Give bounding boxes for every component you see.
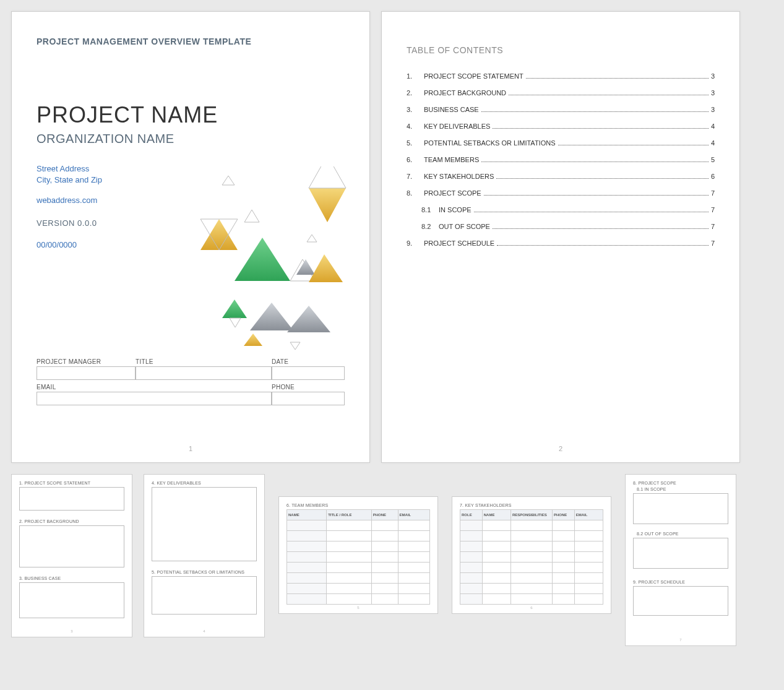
toc-leader-dots — [493, 228, 709, 229]
toc-number: 2. — [407, 89, 424, 97]
toc-entry: 8.2OUT OF SCOPE7 — [407, 223, 715, 230]
template-header: PROJECT MANAGEMENT OVERVIEW TEMPLATE — [37, 37, 345, 46]
toc-entry: 3.BUSINESS CASE3 — [407, 106, 715, 113]
section-title: 9. PROJECT SCHEDULE — [633, 580, 728, 584]
input-project-manager[interactable] — [37, 366, 136, 380]
page-2: TABLE OF CONTENTS 1.PROJECT SCOPE STATEM… — [381, 11, 740, 463]
toc-label: POTENTIAL SETBACKS OR LIMITATIONS — [424, 139, 556, 147]
content-box — [19, 582, 124, 618]
col-phone: PHONE — [553, 510, 575, 520]
section-title: 5. POTENTIAL SETBACKS OR LIMITATIONS — [152, 570, 257, 574]
col-email: EMAIL — [398, 510, 429, 520]
subsection-title: 8.2 OUT OF SCOPE — [637, 532, 728, 536]
page-number: 7 — [626, 638, 736, 642]
input-date[interactable] — [272, 366, 345, 380]
label-email: EMAIL — [37, 384, 272, 390]
toc-title: TABLE OF CONTENTS — [407, 45, 715, 55]
svg-marker-5 — [290, 342, 300, 350]
toc-leader-dots — [484, 195, 709, 196]
table-row — [287, 541, 430, 552]
table-row — [287, 594, 430, 605]
page-number: 6 — [452, 606, 611, 610]
svg-marker-14 — [230, 318, 241, 327]
page-thumb-6: 7. KEY STAKEHOLDERS ROLE NAME RESPONSIBI… — [452, 496, 611, 614]
toc-page: 5 — [711, 156, 715, 163]
toc-entry: 7.KEY STAKEHOLDERS6 — [407, 173, 715, 180]
content-box — [19, 525, 124, 567]
org-name: ORGANIZATION NAME — [37, 132, 345, 146]
table-row — [287, 584, 430, 594]
label-title: TITLE — [136, 358, 272, 365]
table-row — [287, 573, 430, 584]
page-thumb-5: 6. TEAM MEMBERS NAME TITLE / ROLE PHONE … — [278, 496, 438, 614]
table-row — [460, 520, 603, 531]
toc-number: 5. — [407, 139, 424, 147]
toc-leader-dots — [481, 162, 709, 162]
content-box — [633, 493, 728, 524]
toc-number: 1. — [407, 72, 424, 80]
col-name: NAME — [287, 510, 327, 520]
toc-page: 3 — [711, 89, 715, 97]
svg-marker-17 — [244, 334, 262, 346]
triangles-graphic — [185, 166, 371, 352]
label-phone: PHONE — [272, 384, 345, 390]
input-email[interactable] — [37, 392, 272, 405]
subsection-title: 8.1 IN SCOPE — [637, 487, 728, 491]
svg-marker-11 — [296, 259, 315, 275]
table-row — [287, 531, 430, 541]
toc-label: PROJECT SCHEDULE — [424, 239, 494, 247]
table-row — [460, 573, 603, 584]
input-title[interactable] — [136, 366, 272, 380]
col-email: EMAIL — [574, 510, 603, 520]
svg-marker-1 — [309, 166, 346, 188]
svg-marker-6 — [200, 219, 238, 250]
svg-marker-13 — [222, 300, 247, 318]
section-title: 6. TEAM MEMBERS — [286, 503, 430, 507]
table-row — [460, 594, 603, 605]
table-row — [460, 552, 603, 563]
svg-marker-15 — [250, 303, 293, 330]
thumbnail-row: 1. PROJECT SCOPE STATEMENT 2. PROJECT BA… — [11, 474, 773, 646]
page-number: 5 — [279, 606, 437, 610]
label-date: DATE — [272, 358, 345, 365]
section-title: 3. BUSINESS CASE — [19, 576, 124, 580]
page-number: 3 — [12, 629, 132, 633]
table-row — [460, 563, 603, 573]
page-1: PROJECT MANAGEMENT OVERVIEW TEMPLATE PRO… — [11, 11, 370, 463]
toc-entry: 2.PROJECT BACKGROUND3 — [407, 89, 715, 97]
toc-leader-dots — [497, 245, 709, 246]
toc-leader-dots — [509, 95, 709, 95]
col-name: NAME — [482, 510, 510, 520]
page-number: 1 — [12, 445, 369, 452]
svg-marker-2 — [222, 176, 235, 185]
toc-label: PROJECT BACKGROUND — [424, 89, 506, 97]
page-thumb-7: 8. PROJECT SCOPE 8.1 IN SCOPE 8.2 OUT OF… — [625, 474, 736, 646]
toc-label: PROJECT SCOPE — [424, 189, 481, 197]
section-title: 4. KEY DELIVERABLES — [152, 481, 257, 485]
content-box — [633, 586, 728, 616]
toc-label: KEY STAKEHOLDERS — [424, 173, 494, 180]
toc-leader-dots — [474, 212, 709, 212]
section-title: 2. PROJECT BACKGROUND — [19, 519, 124, 524]
toc-entry: 6.TEAM MEMBERS5 — [407, 156, 715, 163]
toc-number: 4. — [407, 123, 424, 130]
toc-label: IN SCOPE — [439, 206, 472, 213]
toc-entry: 4.KEY DELIVERABLES4 — [407, 123, 715, 130]
table-row — [460, 531, 603, 541]
toc-label: KEY DELIVERABLES — [424, 123, 490, 130]
svg-marker-0 — [309, 188, 346, 222]
col-title-role: TITLE / ROLE — [327, 510, 372, 520]
page-number: 4 — [144, 629, 264, 633]
col-role: ROLE — [460, 510, 483, 520]
stakeholders-table: ROLE NAME RESPONSIBILITIES PHONE EMAIL — [460, 509, 603, 605]
table-row — [287, 552, 430, 563]
table-row — [287, 563, 430, 573]
content-box — [633, 538, 728, 569]
toc-number: 6. — [407, 156, 424, 163]
content-box — [152, 576, 257, 615]
toc-entry: 9.PROJECT SCHEDULE7 — [407, 239, 715, 247]
svg-marker-3 — [244, 210, 259, 222]
page-thumb-3: 1. PROJECT SCOPE STATEMENT 2. PROJECT BA… — [11, 474, 132, 637]
section-title: 7. KEY STAKEHOLDERS — [460, 503, 603, 507]
input-phone[interactable] — [272, 392, 345, 405]
